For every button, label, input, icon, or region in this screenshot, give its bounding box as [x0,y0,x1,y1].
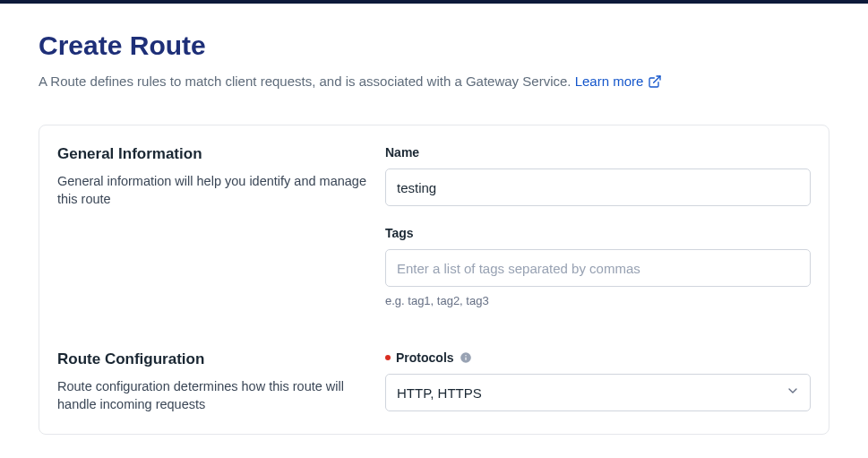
form-group-protocols: Protocols HTTP, HTTPS [385,350,811,411]
name-label: Name [385,145,811,160]
form-group-tags: Tags e.g. tag1, tag2, tag3 [385,226,811,307]
page-container: Create Route A Route defines rules to ma… [0,4,868,435]
section-general-left: General Information General information … [57,145,367,307]
tags-label: Tags [385,226,811,240]
protocols-select-box: HTTP, HTTPS [385,374,811,411]
learn-more-link[interactable]: Learn more [575,73,663,89]
learn-more-text: Learn more [575,73,644,89]
protocols-value: HTTP, HTTPS [397,385,482,401]
info-icon[interactable] [460,351,472,364]
tags-input[interactable] [385,249,811,287]
section-desc-general: General information will help you identi… [57,172,367,209]
subtitle-text: A Route defines rules to match client re… [39,73,575,89]
protocols-label: Protocols [396,350,454,365]
protocols-select[interactable]: HTTP, HTTPS [385,374,811,411]
page-title: Create Route [39,30,829,61]
external-link-icon [648,74,662,89]
svg-point-3 [465,355,466,356]
form-group-name: Name [385,145,811,206]
section-route-config: Route Configuration Route configuration … [57,350,811,414]
tags-helper: e.g. tag1, tag2, tag3 [385,294,811,307]
section-title-route-config: Route Configuration [57,350,367,368]
section-title-general: General Information [57,145,367,163]
section-route-config-left: Route Configuration Route configuration … [57,350,367,414]
name-input[interactable] [385,169,811,206]
section-general-right: Name Tags e.g. tag1, tag2, tag3 [385,145,811,307]
section-route-config-right: Protocols HTTP, HTTPS [385,350,811,414]
section-desc-route-config: Route configuration determines how this … [57,377,367,414]
page-subtitle: A Route defines rules to match client re… [39,73,829,89]
form-card: General Information General information … [39,125,829,435]
section-general: General Information General information … [57,145,811,307]
protocols-label-row: Protocols [385,350,811,365]
svg-line-0 [654,76,660,82]
required-dot-icon [385,355,391,360]
